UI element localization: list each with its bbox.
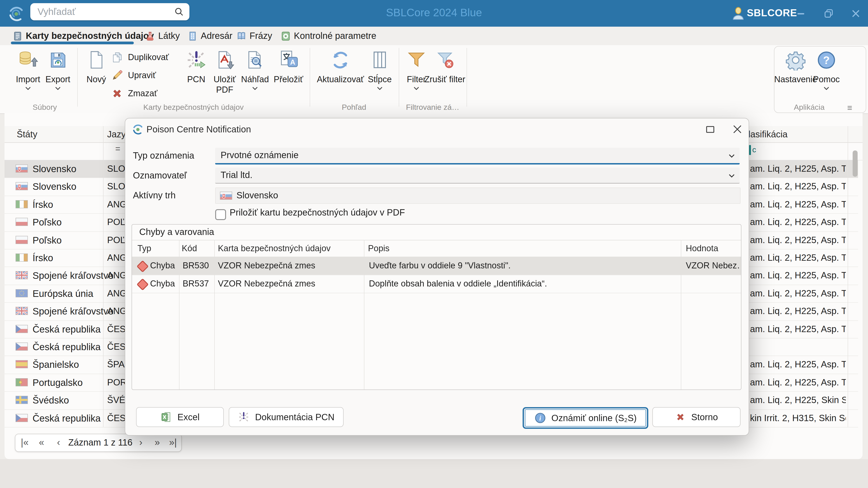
columns-button[interactable]: Stĺpce [362,48,398,90]
red-x-icon [675,412,686,422]
tab-frazy[interactable]: Frázy [237,27,272,45]
last-record-button[interactable]: »| [169,434,177,451]
tab-latky[interactable]: Látky [145,27,180,45]
classification-cell: am. Liq. 2, H225, Asp. To… [750,178,846,196]
flag-icon-pt [16,378,28,386]
search-input[interactable] [30,6,174,17]
safety-data-sheet-icon [13,31,23,41]
country-cell: Írsko [33,249,53,267]
floppy-export-icon [38,48,77,70]
search-icon[interactable] [174,7,189,17]
flag-icon-cz [16,414,28,422]
prev-page-button[interactable]: « [39,434,44,451]
user-avatar-icon[interactable] [733,7,744,20]
ribbon-group-label: Karty bezpečnostných údajov [126,103,261,112]
new-button[interactable]: Nový [77,48,116,85]
errors-and-warnings-panel: Chyby a varovania Typ Kód Karta bezpečno… [131,224,741,390]
help-button[interactable]: ? Pomoc [804,48,849,90]
error-row[interactable]: Chyba BR530 VZOR Nebezpečná zmes Uveďte … [132,257,741,275]
col-hodnota[interactable]: Hodnota [686,240,718,257]
group-options-icon[interactable]: ≡ [847,103,852,113]
prev-record-button[interactable]: ‹ [57,434,60,451]
svg-text:A: A [290,58,295,66]
notify-online-button[interactable]: i Oznámiť online (S₂S) [523,407,648,429]
svg-text:?: ? [823,54,830,66]
export-button[interactable]: Export [38,48,77,90]
dialog-maximize-button[interactable] [705,125,716,135]
classification-cell [750,338,846,356]
poison-centre-notification-dialog: Poison Centre Notification Typ oznámenia… [125,118,749,435]
country-cell: Slovensko [33,160,76,178]
chevron-down-icon[interactable] [728,173,735,178]
edit-button[interactable]: Upraviť [111,67,156,84]
excel-button[interactable]: Excel [136,407,224,427]
tab-adresar[interactable]: Adresár [188,27,232,45]
column-header-klasifikacia[interactable]: Klasifikácia [742,126,787,142]
preview-icon [236,48,274,70]
col-typ[interactable]: Typ [137,240,151,257]
restore-button[interactable] [823,8,834,19]
help-icon: ? [804,48,849,70]
chevron-down-icon[interactable] [728,154,735,158]
country-cell: Portugalsko [33,374,83,392]
pcn-documentation-button[interactable]: Dokumentácia PCN [229,407,344,427]
column-header-staty[interactable]: Štáty [17,126,37,142]
notification-type-dropdown[interactable]: Prvotné oznámenie [215,148,740,164]
refresh-button[interactable]: Aktualizovať [311,48,370,85]
classification-cell: am. Liq. 2, H225, Asp. To… [750,285,846,302]
vertical-scrollbar[interactable] [852,151,858,177]
col-popis[interactable]: Popis [368,240,390,257]
delete-button[interactable]: Zmazať [111,85,157,102]
clear-filter-button[interactable]: Zrušiť filter [423,48,467,85]
chevron-down-icon [38,86,77,90]
field-label-typ-oznamenia: Typ oznámenia [133,148,194,163]
abc-filter-icon[interactable]: c [749,145,756,155]
delete-x-icon [111,87,123,100]
funnel-clear-icon [423,48,467,70]
button-label: Storno [691,412,718,422]
col-karta[interactable]: Karta bezpečnostných údajov [218,240,331,257]
error-value [686,275,739,293]
error-diamond-icon [136,278,149,291]
window-footer [0,459,868,488]
next-record-button[interactable]: › [139,434,143,451]
chevron-down-icon [362,86,398,90]
col-kod[interactable]: Kód [182,240,197,257]
preview-button[interactable]: Náhľad [236,48,274,90]
duplicate-icon [111,51,123,64]
duplicate-button[interactable]: Duplikovať [111,49,169,66]
flag-icon-pl [16,236,28,244]
minimize-button[interactable] [796,8,807,19]
active-market-field: Slovensko [215,188,741,204]
ribbon-label: Zrušiť filter [423,74,467,85]
first-record-button[interactable]: |« [21,434,29,451]
filter-operator-icon[interactable]: = [115,144,120,154]
new-document-icon [77,48,116,70]
dialog-close-button[interactable] [732,125,743,135]
notifier-dropdown[interactable]: Trial ltd. [215,168,740,184]
country-cell: Česká republika [33,338,101,356]
column-divider [214,240,215,390]
ribbon-group-label: Filtrovanie zá… [365,103,500,112]
error-row[interactable]: Chyba BR537 VZOR Nebezpečná zmes Doplňte… [132,275,741,293]
translate-icon: A [269,48,308,70]
dropdown-value: Trial ltd. [221,168,252,183]
flag-icon-sk [220,192,232,200]
translate-button[interactable]: A Přeložiť [269,48,308,85]
next-page-button[interactable]: » [155,434,160,451]
tab-kontrolne-parametre[interactable]: Kontrolné parametre [281,27,376,45]
field-value: Slovensko [237,188,278,203]
search-box[interactable] [30,3,189,20]
ribbon-label: Pomoc [804,74,849,85]
ribbon-label: Duplikovať [128,53,169,62]
error-code: BR537 [183,275,209,293]
classification-cell: am. Liq. 2, H225, Asp. To… [750,374,846,392]
country-cell: Česká republika [33,409,101,427]
errors-panel-title: Chyby a varovania [139,225,214,240]
attach-sds-pdf-checkbox[interactable] [215,209,226,220]
cancel-button[interactable]: Storno [652,407,741,427]
user-brand-label[interactable]: SBLCORE [747,0,797,27]
close-button[interactable] [850,8,861,19]
country-cell: Slovensko [33,178,76,196]
classification-cell: kin Irrit. 2, H315, Skin Sen… [750,409,846,427]
